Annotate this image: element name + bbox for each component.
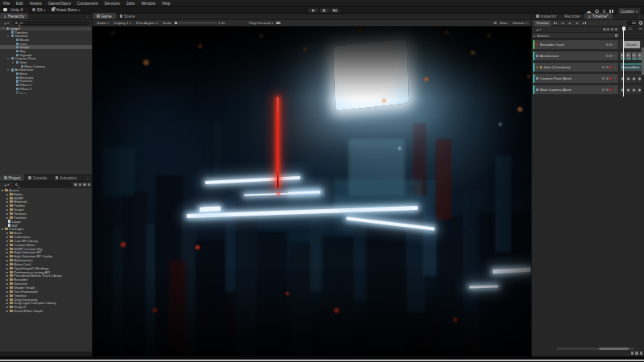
clip-recorder[interactable]: Recorder <box>623 41 640 48</box>
track-header-jitter-transform[interactable]: ⚠AJitter (Transform)⋮ <box>533 63 618 72</box>
menu-jobs[interactable]: Jobs <box>123 1 138 6</box>
expand-arrow-icon[interactable]: ▾ <box>6 68 10 72</box>
menu-window[interactable]: Window <box>138 1 159 6</box>
keyframe-icon[interactable] <box>638 88 641 91</box>
keyframe-icon[interactable] <box>626 88 630 91</box>
mute-track-icon[interactable] <box>602 88 605 91</box>
project-item-visual-effect-graph[interactable]: ▸Visual Effect Graph <box>0 309 92 313</box>
expand-arrow-icon[interactable]: ▾ <box>2 27 5 30</box>
expand-arrow-icon[interactable]: ▸ <box>6 309 8 313</box>
kebab-menu-icon[interactable]: ⋮ <box>613 77 617 80</box>
project-search-input[interactable] <box>13 183 72 187</box>
pause-button[interactable] <box>320 8 329 14</box>
scale-slider[interactable] <box>175 23 217 23</box>
edit-mode-icon[interactable] <box>611 28 613 31</box>
previous-frame-button[interactable] <box>559 21 566 26</box>
keyframe-icon[interactable] <box>638 76 641 80</box>
kebab-menu-icon[interactable]: ⋮ <box>638 13 644 19</box>
zoom-fit-icon[interactable] <box>631 352 634 355</box>
curves-view-icon[interactable] <box>603 28 605 31</box>
lock-track-icon[interactable] <box>609 55 612 57</box>
keyframe-icon[interactable] <box>626 76 630 80</box>
menu-assets[interactable]: Assets <box>27 1 45 6</box>
tab-project[interactable]: Project <box>0 175 24 181</box>
kebab-menu-icon[interactable]: ⋮ <box>613 43 617 47</box>
next-frame-button[interactable] <box>574 21 580 26</box>
track-header-architecture[interactable]: Architecture⋮ <box>533 51 618 60</box>
gizmos-dropdown[interactable]: Gizmos▾ <box>511 21 529 25</box>
kebab-menu-icon[interactable]: ⋮ <box>613 55 617 58</box>
lock-track-icon[interactable] <box>606 66 609 68</box>
add-track-button[interactable]: +▾ <box>534 27 543 32</box>
insert-frame-icon[interactable] <box>607 28 609 31</box>
go-to-end-button[interactable] <box>581 21 588 26</box>
tab-timeline[interactable]: ≡Timeline* <box>584 13 613 19</box>
expand-arrow-icon[interactable]: ▾ <box>2 227 3 231</box>
favorites-icon[interactable] <box>83 183 86 187</box>
current-frame-field[interactable]: 63 <box>627 21 638 26</box>
screenshot-camera-icon[interactable] <box>276 22 280 24</box>
mute-track-icon[interactable] <box>606 55 609 57</box>
game-mode-dropdown[interactable]: Game▾ <box>95 21 110 25</box>
menu-help[interactable]: Help <box>159 1 173 6</box>
search-by-type-icon[interactable] <box>74 183 77 187</box>
timeline-vertical-scrollbar[interactable] <box>642 47 643 75</box>
record-toggle-icon[interactable] <box>609 66 612 68</box>
hierarchy-search-input[interactable]: All <box>13 21 90 25</box>
tab-console[interactable]: Console <box>24 175 51 181</box>
tab-recorder[interactable]: Recorder <box>560 13 584 19</box>
tab-hierarchy[interactable]: ≡ Hierarchy <box>0 13 28 19</box>
tab-scene[interactable]: Scene <box>116 13 139 19</box>
expand-arrow-icon[interactable]: ▾ <box>6 35 10 38</box>
game-render-viewport[interactable] <box>93 27 531 356</box>
kebab-menu-icon[interactable]: ⋮ <box>87 27 93 31</box>
marker-toggle-icon[interactable] <box>615 28 617 31</box>
display-dropdown[interactable]: Display 1▾ <box>112 21 133 25</box>
hierarchy-item-bars[interactable]: Bars <box>0 91 92 95</box>
stats-button[interactable]: Stats <box>500 21 508 25</box>
account-dropdown[interactable]: DA ▾ <box>31 7 47 12</box>
keyframe-icon[interactable] <box>632 76 635 80</box>
play-timeline-button[interactable] <box>567 21 573 26</box>
hidden-packages-icon[interactable] <box>88 183 91 187</box>
kebab-menu-icon[interactable]: ⋮ <box>85 13 92 19</box>
asset-store-dropdown[interactable]: Asset Store ▾ <box>50 7 81 12</box>
expand-arrow-icon[interactable]: ▾ <box>11 61 14 64</box>
kebab-menu-icon[interactable]: ⋮ <box>613 66 617 69</box>
timeline-settings-gear-icon[interactable] <box>639 21 642 24</box>
clip-ar-2[interactable]: Ar.. <box>632 52 637 60</box>
aspect-dropdown[interactable]: Free Aspect▾ <box>134 21 159 25</box>
markers-row[interactable]: ▸Markers <box>532 33 644 39</box>
play-focused-dropdown[interactable]: Play Focused▾ <box>247 21 275 25</box>
track-header-camera-pivot-anim[interactable]: Camera Pivot (Anim⋮ <box>533 74 618 83</box>
lock-track-icon[interactable] <box>606 88 609 91</box>
clip-ar-3[interactable]: Ar.. <box>638 52 642 60</box>
kebab-menu-icon[interactable]: ⋮ <box>613 88 617 92</box>
record-toggle-icon[interactable] <box>609 77 612 80</box>
menu-services[interactable]: Services <box>101 1 123 6</box>
track-header-main-camera-anim[interactable]: Main Camera (Anim⋮ <box>533 85 618 94</box>
track-header-recorder-track[interactable]: Recorder Track⋮ <box>533 40 618 49</box>
timeline-playhead[interactable] <box>623 27 624 97</box>
keyframe-icon[interactable] <box>632 88 635 91</box>
record-toggle-icon[interactable] <box>609 88 612 91</box>
mute-track-icon[interactable] <box>602 77 605 80</box>
add-gameobject-button[interactable]: +▾ <box>2 21 11 26</box>
lock-track-icon[interactable] <box>609 43 612 46</box>
timeline-gear-icon[interactable] <box>640 352 643 355</box>
play-button[interactable] <box>308 8 318 14</box>
menu-edit[interactable]: Edit <box>13 1 27 6</box>
lock-track-icon[interactable] <box>606 77 609 80</box>
preview-toggle-button[interactable]: Preview <box>534 20 551 27</box>
step-button[interactable] <box>330 8 340 14</box>
menu-gameobject[interactable]: GameObject <box>45 1 74 6</box>
mute-track-icon[interactable] <box>606 43 609 46</box>
tab-game[interactable]: Game <box>93 13 116 19</box>
expand-arrow-icon[interactable]: ▾ <box>6 57 10 60</box>
tab-animation[interactable]: Animation <box>52 175 81 181</box>
go-to-start-button[interactable] <box>552 21 559 26</box>
scale-slider-knob[interactable] <box>175 22 177 24</box>
tab-inspector[interactable]: Inspector <box>532 13 560 19</box>
mute-track-icon[interactable] <box>602 66 605 68</box>
menu-component[interactable]: Component <box>74 1 101 6</box>
